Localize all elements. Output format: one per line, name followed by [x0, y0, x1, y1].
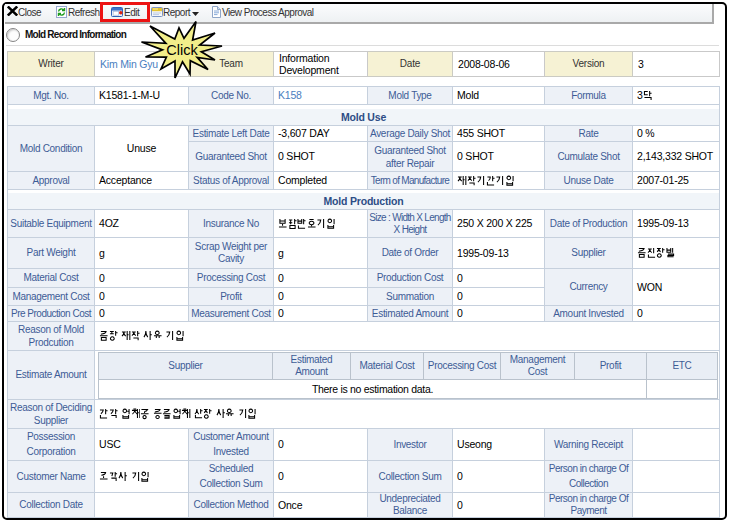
- svg-text:Click: Click: [166, 42, 198, 58]
